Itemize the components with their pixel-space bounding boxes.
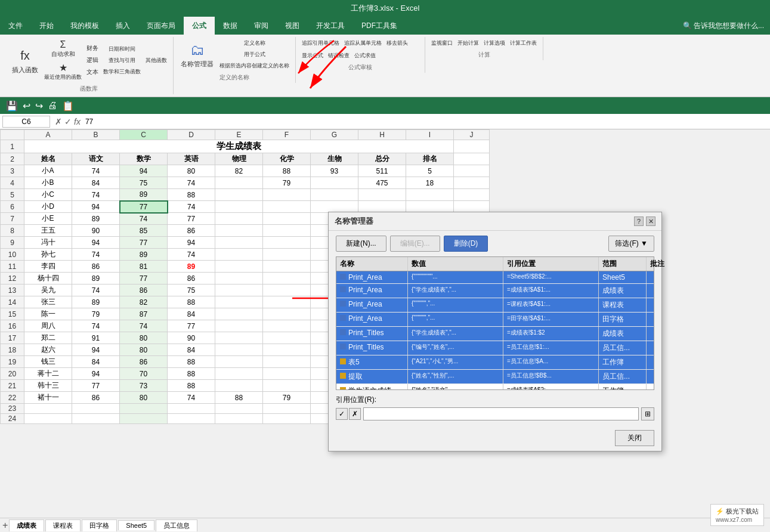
cell-d19[interactable]: 88 bbox=[168, 356, 215, 368]
col-h-header[interactable]: H bbox=[358, 130, 406, 140]
cell-a16[interactable]: 周八 bbox=[24, 320, 72, 332]
cell-a6[interactable]: 小D bbox=[24, 201, 72, 213]
btn-text[interactable]: 文本 bbox=[85, 67, 100, 78]
btn-eval-formula[interactable]: 公式求值 bbox=[353, 51, 377, 61]
cell-c3[interactable]: 94 bbox=[120, 165, 168, 177]
btn-remove-arrows[interactable]: 移去箭头 bbox=[385, 38, 409, 48]
cell-c6-selected[interactable]: 77 bbox=[120, 201, 168, 213]
btn-other[interactable]: 其他函数 bbox=[144, 55, 168, 66]
list-item[interactable]: 提取 {"姓名","性别",... =员工信息!$B$... 员工信... bbox=[336, 370, 654, 384]
cell-d8[interactable]: 86 bbox=[168, 225, 215, 237]
cancel-formula-icon[interactable]: ✗ bbox=[55, 117, 62, 126]
cell-d4[interactable]: 74 bbox=[168, 177, 215, 189]
dialog-edit-btn[interactable]: 编辑(E)... bbox=[390, 236, 440, 252]
ref-confirm-icon[interactable]: ✓ bbox=[336, 408, 348, 420]
cell-i3[interactable]: 5 bbox=[406, 165, 454, 177]
cell-b17[interactable]: 91 bbox=[72, 332, 120, 344]
cell-d9[interactable]: 94 bbox=[168, 237, 215, 249]
tab-formula[interactable]: 公式 bbox=[184, 17, 215, 35]
cell-g4[interactable] bbox=[311, 177, 358, 189]
cell-d11[interactable]: 89 bbox=[168, 261, 215, 273]
cell-c8[interactable]: 85 bbox=[120, 225, 168, 237]
btn-recent[interactable]: ★ 最近使用的函数 bbox=[43, 61, 83, 82]
cell-i6[interactable] bbox=[406, 201, 454, 213]
list-item[interactable]: Print_Area {"""""","... =课程表!$A$1:... 课程… bbox=[336, 298, 654, 313]
btn-show-formulas[interactable]: 显示公式 bbox=[301, 51, 324, 61]
sheet-tab-grid[interactable]: 田字格 bbox=[82, 519, 117, 531]
header-rank[interactable]: 排名 bbox=[406, 153, 454, 165]
confirm-formula-icon[interactable]: ✓ bbox=[64, 117, 72, 126]
cell-b22[interactable]: 86 bbox=[72, 392, 120, 404]
btn-calc-sheet[interactable]: 计算工作表 bbox=[509, 38, 538, 48]
cell-c15[interactable]: 87 bbox=[120, 308, 168, 320]
cell-b5[interactable]: 74 bbox=[72, 189, 120, 201]
cell-b19[interactable]: 84 bbox=[72, 356, 120, 368]
cell-b21[interactable]: 77 bbox=[72, 380, 120, 392]
btn-lookup[interactable]: 查找与引用 bbox=[102, 55, 142, 66]
sheet-tab-schedule[interactable]: 课程表 bbox=[45, 519, 81, 531]
col-f-header[interactable]: F bbox=[263, 130, 311, 140]
btn-define-name[interactable]: 定义名称 bbox=[218, 38, 290, 48]
cell-f5[interactable] bbox=[263, 189, 311, 201]
btn-trace-dependents[interactable]: 追踪从属单元格 bbox=[343, 38, 383, 48]
cell-b10[interactable]: 74 bbox=[72, 249, 120, 261]
cell-c10[interactable]: 89 bbox=[120, 249, 168, 261]
tab-data[interactable]: 数据 bbox=[215, 17, 246, 35]
cell-d17[interactable]: 90 bbox=[168, 332, 215, 344]
cell-a20[interactable]: 蒋十二 bbox=[24, 368, 72, 380]
btn-calc-options[interactable]: 计算选项 bbox=[483, 38, 506, 48]
cell-c18[interactable]: 80 bbox=[120, 344, 168, 356]
cell-b9[interactable]: 94 bbox=[72, 237, 120, 249]
sheet-tab-employee[interactable]: 员工信息 bbox=[156, 519, 197, 531]
cell-f3[interactable]: 88 bbox=[263, 165, 311, 177]
btn-error-check[interactable]: 错误检查 bbox=[327, 51, 351, 61]
col-i-header[interactable]: I bbox=[406, 130, 454, 140]
header-chinese[interactable]: 语文 bbox=[72, 153, 120, 165]
ref-input-field[interactable] bbox=[363, 407, 639, 420]
cell-b16[interactable]: 74 bbox=[72, 320, 120, 332]
cell-a18[interactable]: 赵六 bbox=[24, 344, 72, 356]
cell-c16[interactable]: 74 bbox=[120, 320, 168, 332]
cell-c19[interactable]: 86 bbox=[120, 356, 168, 368]
cell-reference-box[interactable] bbox=[2, 116, 50, 128]
sheet-tab-sheet5[interactable]: Sheet5 bbox=[118, 520, 154, 530]
col-a-header[interactable]: A bbox=[24, 130, 72, 140]
list-item[interactable]: Print_Titles {"学生成绩表","... =成绩表!$1:$2 成绩… bbox=[336, 327, 654, 341]
cell-e5[interactable] bbox=[215, 189, 263, 201]
tab-insert[interactable]: 插入 bbox=[107, 17, 138, 35]
cell-b7[interactable]: 89 bbox=[72, 213, 120, 225]
cell-f22[interactable]: 79 bbox=[263, 392, 311, 404]
header-physics[interactable]: 物理 bbox=[215, 153, 263, 165]
cell-b14[interactable]: 89 bbox=[72, 296, 120, 308]
list-item[interactable]: Print_Area {"""""""""... =Sheet5!$B$2:..… bbox=[336, 271, 654, 284]
cell-e6[interactable] bbox=[215, 201, 263, 213]
cell-a13[interactable]: 吴九 bbox=[24, 284, 72, 296]
qa-print[interactable]: 🖨 bbox=[47, 99, 58, 112]
cell-i4[interactable]: 18 bbox=[406, 177, 454, 189]
cell-j1[interactable] bbox=[454, 140, 490, 153]
cell-d16[interactable]: 77 bbox=[168, 320, 215, 332]
btn-datetime[interactable]: 日期和时间 bbox=[102, 44, 142, 54]
cell-h5[interactable] bbox=[358, 189, 406, 201]
cell-a3[interactable]: 小A bbox=[24, 165, 72, 177]
cell-h6[interactable] bbox=[358, 201, 406, 213]
btn-insert-function[interactable]: fx 插入函数 bbox=[10, 45, 41, 76]
header-total[interactable]: 总分 bbox=[358, 153, 406, 165]
col-j-header[interactable]: J bbox=[454, 130, 490, 140]
tab-pdf[interactable]: PDF工具集 bbox=[353, 17, 406, 35]
list-item[interactable]: Print_Area {"""""","... =田字格!$A$1:... 田字… bbox=[336, 313, 654, 327]
cell-j6[interactable] bbox=[454, 201, 490, 213]
cell-j5[interactable] bbox=[454, 189, 490, 201]
list-item[interactable]: 学生语文成绩 {"姓名","语文",... =成绩表!$A$2:... 工作簿 bbox=[336, 384, 654, 390]
cell-j4[interactable] bbox=[454, 177, 490, 189]
header-math[interactable]: 数学 bbox=[120, 153, 168, 165]
tab-pagelayout[interactable]: 页面布局 bbox=[138, 17, 184, 35]
cell-b13[interactable]: 74 bbox=[72, 284, 120, 296]
cell-e22[interactable]: 88 bbox=[215, 392, 263, 404]
cell-c7[interactable]: 74 bbox=[120, 213, 168, 225]
cell-a4[interactable]: 小B bbox=[24, 177, 72, 189]
cell-b12[interactable]: 89 bbox=[72, 273, 120, 284]
header-name[interactable]: 姓名 bbox=[24, 153, 72, 165]
cell-d22[interactable]: 74 bbox=[168, 392, 215, 404]
cell-g3[interactable]: 93 bbox=[311, 165, 358, 177]
